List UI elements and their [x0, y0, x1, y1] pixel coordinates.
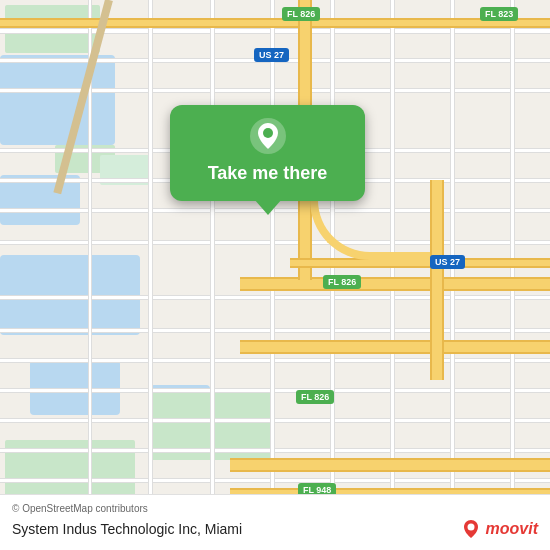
moovit-logo: moovit [460, 518, 538, 540]
fl826-mid-label: FL 826 [323, 275, 361, 289]
road [0, 388, 550, 393]
map-container: FL 826 US 27 FL 823 US 27 FL 826 FL 826 … [0, 0, 550, 550]
fl826-bot-label: FL 826 [296, 390, 334, 404]
road [0, 448, 550, 453]
road [0, 358, 550, 363]
highway [240, 340, 550, 354]
location-pin-icon [249, 117, 287, 155]
road [0, 240, 550, 245]
road [0, 418, 550, 423]
bottom-bar: © OpenStreetMap contributors System Indu… [0, 494, 550, 550]
road [0, 295, 550, 300]
moovit-pin-icon [460, 518, 482, 540]
highway [430, 180, 444, 380]
highway [0, 18, 550, 28]
moovit-brand-text: moovit [486, 520, 538, 538]
bottom-info: System Indus Technologic Inc, Miami moov… [12, 518, 538, 540]
svg-point-1 [263, 128, 273, 138]
water-body [0, 55, 115, 145]
location-popup[interactable]: Take me there [170, 105, 365, 201]
highway [230, 458, 550, 472]
svg-point-2 [467, 524, 474, 531]
road [0, 328, 550, 333]
road [210, 0, 215, 550]
road [148, 0, 153, 550]
fl823-label: FL 823 [480, 7, 518, 21]
attribution-text: © OpenStreetMap contributors [12, 503, 538, 514]
road [0, 28, 550, 34]
place-name: System Indus Technologic Inc, Miami [12, 521, 242, 537]
us27-top-label: US 27 [254, 48, 289, 62]
popup-button[interactable]: Take me there [208, 163, 328, 185]
highway [240, 277, 550, 291]
us27-mid-label: US 27 [430, 255, 465, 269]
fl826-top-label: FL 826 [282, 7, 320, 21]
road [0, 478, 550, 483]
